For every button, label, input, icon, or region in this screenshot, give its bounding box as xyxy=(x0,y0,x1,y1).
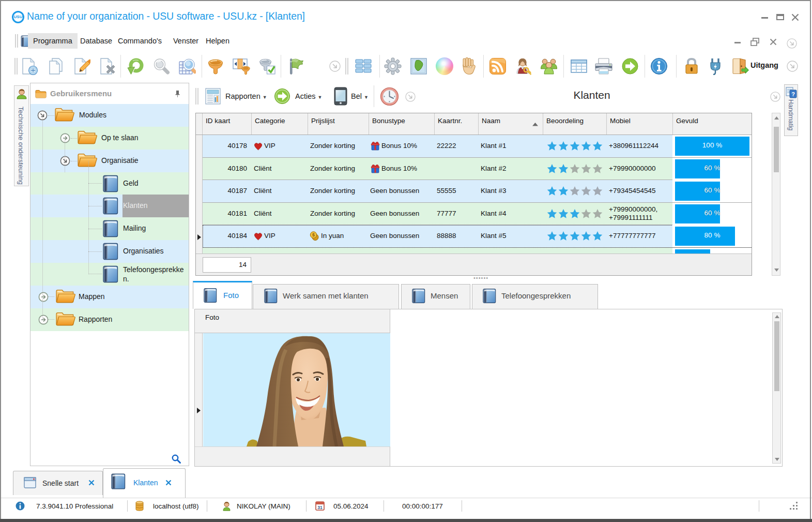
svg-text:31: 31 xyxy=(317,505,323,510)
svg-text:?: ? xyxy=(791,91,795,97)
